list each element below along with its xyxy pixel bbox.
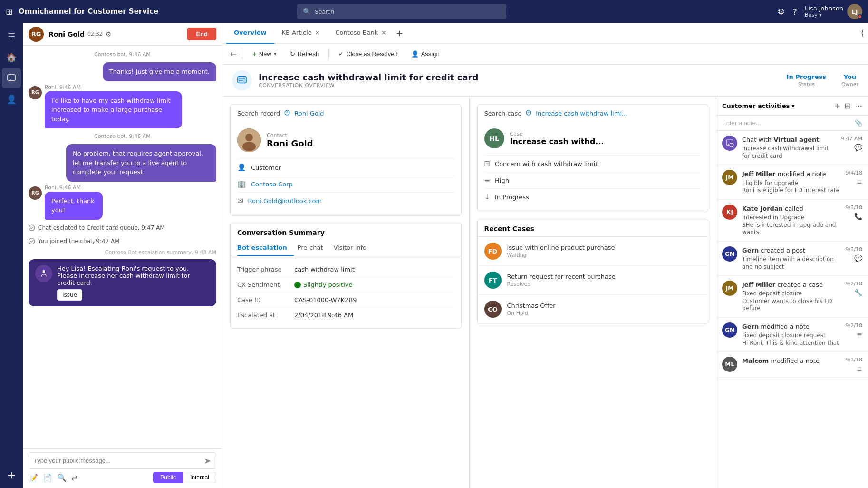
new-icon: +	[252, 50, 256, 59]
system-event-text-1: Chat esclated to Credit card queue, 9:47…	[38, 224, 165, 231]
chat-icon-search[interactable]: 🔍	[57, 473, 67, 482]
assign-button[interactable]: 👤 Assign	[405, 48, 445, 60]
tab-overview[interactable]: Overview	[226, 23, 274, 44]
refresh-button[interactable]: ↻ Refresh	[284, 48, 325, 60]
ca-item-desc-3: Interested in UpgradeSHe is interested i…	[742, 214, 841, 236]
settings-icon[interactable]: ⚙	[777, 7, 785, 17]
recent-case-3[interactable]: CO Christmas Offer On Hold	[478, 295, 708, 324]
contact-company-icon: 🏢	[237, 180, 246, 188]
ca-item-2[interactable]: JM Jeff Miller modified a note Eligible …	[716, 165, 868, 199]
summary-tab-bot[interactable]: Bot escalation	[237, 240, 294, 256]
chat-header-settings-icon[interactable]: ⚙	[106, 30, 112, 38]
back-button[interactable]: ←	[230, 49, 236, 59]
contact-company-row: 🏢 Contoso Corp	[237, 176, 454, 192]
contact-email-link[interactable]: Roni.Gold@outlook.com	[248, 197, 322, 205]
ca-item-meta-7: 9/2/18 ≡	[846, 357, 862, 372]
sidebar-icon-person[interactable]: 👤	[2, 89, 21, 108]
recent-case-2[interactable]: FT Return request for recent purchase Re…	[478, 266, 708, 295]
ca-item-title-4: Gern created a post	[742, 246, 841, 255]
tab-add-button[interactable]: +	[396, 28, 403, 38]
chat-input-row[interactable]: ➤	[29, 452, 216, 469]
close-resolved-icon: ✓	[338, 50, 344, 58]
ca-item-5[interactable]: JM Jeff Miller created a case Fixed depo…	[716, 276, 868, 318]
ca-item-4[interactable]: GN Gern created a post Timeline item wit…	[716, 242, 868, 276]
ca-item-3[interactable]: KJ Kate Jordan called Interested in Upgr…	[716, 200, 868, 242]
grid-icon[interactable]: ⊞	[6, 7, 13, 17]
chat-message-input[interactable]	[34, 457, 200, 464]
contact-company-link[interactable]: Contoso Corp	[251, 181, 293, 188]
close-resolved-button[interactable]: ✓ Close as Resolved	[333, 48, 403, 60]
user-info[interactable]: Lisa Johnson Busy ▾ LJ	[805, 4, 862, 19]
svg-point-4	[43, 269, 45, 270]
ca-item-time-6: 9/2/18	[846, 322, 862, 329]
search-icon: 🔍	[303, 8, 311, 15]
ca-item-1[interactable]: Chat with Virtual agent Increase cash wi…	[716, 131, 868, 165]
mode-buttons: Public Internal	[153, 472, 216, 483]
ca-item-7[interactable]: ML Malcom modified a note 9/2/18 ≡	[716, 352, 868, 378]
mode-internal-button[interactable]: Internal	[183, 472, 216, 483]
ca-item-case-icon: 🔧	[854, 289, 862, 296]
case-info: Case Increase cash withd...	[510, 131, 604, 146]
ca-item-time-2: 9/4/18	[846, 170, 862, 176]
ca-item-content-1: Chat with Virtual agent Increase cash wi…	[742, 136, 836, 160]
tab-expand-icon[interactable]: ⟨	[861, 28, 864, 38]
ca-attach-icon[interactable]: 📎	[855, 119, 862, 127]
sidebar-icon-add[interactable]: +	[2, 465, 21, 484]
ca-note-input-area[interactable]: 📎	[716, 116, 868, 131]
search-record-link[interactable]: Roni Gold	[284, 109, 324, 117]
msg-time-3: Contoso bot, 9:46 AM	[29, 133, 216, 139]
tab-kb-article[interactable]: KB Article ✕	[274, 23, 328, 44]
conv-info: Increase cash withdrawal limit for credi…	[259, 72, 478, 88]
toolbar-sep-2	[328, 49, 329, 60]
sidebar-icon-home[interactable]: 🏠	[2, 48, 21, 67]
sidebar-icon-chat[interactable]	[2, 68, 21, 88]
search-input[interactable]	[315, 8, 501, 15]
contact-avatar	[237, 128, 261, 152]
ca-note-input[interactable]	[722, 119, 855, 127]
help-icon[interactable]: ?	[792, 7, 797, 17]
search-case-link[interactable]: Increase cash withdraw limi...	[525, 109, 627, 117]
recent-case-1[interactable]: FD Issue with online product purchase Wa…	[478, 237, 708, 266]
new-button[interactable]: + New ▾	[246, 47, 282, 61]
ca-item-desc-5: Fixed deposit closureCustomer wants to c…	[742, 290, 841, 312]
msg-bubble-2: I'd like to have my cash withdraw limit …	[45, 91, 182, 129]
conv-owner-value: You	[841, 73, 858, 80]
search-case-label: Search case	[484, 110, 522, 117]
case-info-card: HL Case Increase cash withd... ⊟ Concern…	[478, 122, 708, 212]
chat-header: RG Roni Gold 02:32 ⚙ End	[23, 23, 222, 46]
ca-item-time-7: 9/2/18	[846, 357, 862, 363]
chat-icon-transfer[interactable]: ⇄	[71, 473, 77, 482]
trigger-phrase-value: cash withdraw limit	[294, 266, 355, 273]
recent-item-info-3: Christmas Offer On Hold	[507, 302, 556, 316]
send-button[interactable]: ➤	[204, 456, 211, 466]
tab-contoso-close-icon[interactable]: ✕	[381, 29, 386, 36]
right-panel: Search case Increase cash withdraw limi.…	[469, 97, 716, 488]
case-card: Search case Increase cash withdraw limi.…	[477, 104, 709, 212]
ca-item-6[interactable]: GN Gern modified a note Fixed deposit cl…	[716, 318, 868, 352]
ca-more-icon[interactable]: ⋯	[855, 101, 862, 110]
conv-title: Increase cash withdrawal limit for credi…	[259, 72, 478, 82]
case-status-row: ↓ In Progress	[484, 188, 702, 205]
msg-sender-2: Roni, 9:46 AM	[45, 84, 216, 90]
tab-overview-label: Overview	[234, 29, 267, 36]
svg-rect-6	[238, 77, 246, 83]
end-button[interactable]: End	[187, 28, 216, 40]
toolbar-sep-1	[242, 49, 242, 60]
ca-item-time-1: 9:47 AM	[841, 136, 862, 142]
summary-tab-prechat[interactable]: Pre-chat	[298, 240, 330, 256]
sidebar-icon-menu[interactable]: ☰	[2, 27, 21, 46]
case-top: HL Case Increase cash withd...	[484, 128, 702, 148]
ca-add-icon[interactable]: +	[834, 101, 840, 110]
chat-icon-template[interactable]: 📄	[43, 473, 52, 482]
chat-icon-note[interactable]: 📝	[29, 473, 38, 482]
ca-filter-icon[interactable]: ⊞	[845, 101, 851, 110]
ca-item-meta-3: 9/3/18 📞	[846, 205, 862, 236]
tab-kb-close-icon[interactable]: ✕	[315, 29, 320, 36]
escalated-at-label: Escalated at	[237, 312, 294, 319]
mode-public-button[interactable]: Public	[153, 472, 183, 483]
tab-contoso-bank[interactable]: Contoso Bank ✕	[328, 23, 395, 44]
summary-tab-visitor[interactable]: Visitor info	[334, 240, 374, 256]
ca-title-caret[interactable]: ▾	[791, 102, 795, 109]
search-bar[interactable]: 🔍	[297, 4, 506, 19]
chat-timer: 02:32	[87, 31, 103, 37]
